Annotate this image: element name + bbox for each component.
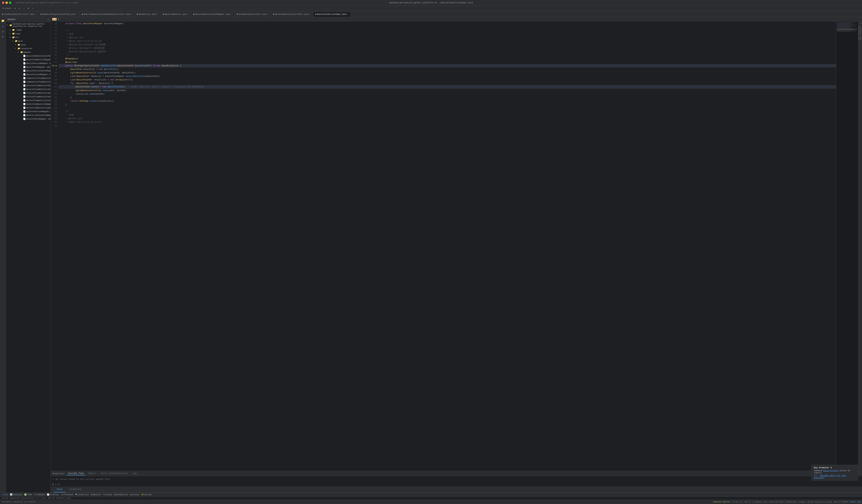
toolbar-icon-menu[interactable]: ≡ xyxy=(18,7,21,10)
toolbar-icon-gear[interactable]: ⚙ xyxy=(14,6,16,10)
tab-rule[interactable]: Rule xyxy=(54,487,66,492)
key-promoter-dismiss[interactable]: (Disable alert for this shortcut) xyxy=(814,475,846,479)
check-icon: ✓ xyxy=(53,478,54,481)
file-tree-gear[interactable]: ⚙ xyxy=(48,18,49,21)
tree-node-file[interactable]: 📄RouterCommunityLevelMapper.xml xyxy=(6,98,51,102)
minimap-scrollbar[interactable] xyxy=(858,22,859,471)
tree-node-main[interactable]: ▼ 📁 main xyxy=(6,39,51,43)
project-icon[interactable]: 📁 xyxy=(1,19,5,23)
event-log-button[interactable]: Event Log xyxy=(850,501,860,503)
tree-node-file[interactable]: 📄CommunityFlowMonitorDayMapper.xml xyxy=(6,76,51,80)
tree-node-mapper[interactable]: ▼ 📁 mapper xyxy=(6,50,51,54)
tree-node-java[interactable]: ▼ 📁 java xyxy=(6,43,51,47)
key-promoter-link[interactable]: Build Project xyxy=(823,470,838,472)
close-icon[interactable]: × xyxy=(231,13,232,15)
tree-node-idea[interactable]: ▶ 📁 .idea xyxy=(6,28,51,32)
problems-button[interactable]: ⚠ Problems xyxy=(34,493,45,496)
services-button[interactable]: Services xyxy=(130,493,139,496)
close-button[interactable] xyxy=(2,2,4,4)
tree-node-file[interactable]: 📄RouterCommunityTypeMapper.xml xyxy=(6,106,51,110)
tree-node-file[interactable]: 📄DeviceFlowMonitorHourMapper.xml xyxy=(6,88,51,91)
tree-node-file[interactable]: 📄RouterDeviceMapper.xml xyxy=(6,110,51,113)
notifications-count[interactable]: 308 of 4098k xyxy=(834,501,848,503)
close-icon[interactable]: × xyxy=(36,13,37,15)
tree-node-file[interactable]: 📄RouterCommunityMapper.xml xyxy=(6,102,51,106)
indent-status[interactable]: 4 spaces xyxy=(752,501,762,503)
filter-icon[interactable]: ▤ xyxy=(52,483,54,486)
close-panel-icon[interactable]: × xyxy=(859,473,860,475)
tree-node-resources[interactable]: ▼ 📁 resources xyxy=(6,47,51,50)
close-icon[interactable]: × xyxy=(188,13,189,15)
tab-SceneMenuController[interactable]: SceneMenuController.java × xyxy=(235,12,271,17)
key-promoter-label[interactable]: Key Promoter xyxy=(860,26,862,40)
tree-node-file[interactable]: 📄BasicCommunityMapper.xml xyxy=(6,58,51,62)
tab-BasicCommunity[interactable]: BasicCommunity.java × xyxy=(161,12,191,17)
bookmark-icon[interactable]: ★ xyxy=(1,24,5,28)
tab-BaseEntity[interactable]: BaseEntity.java × xyxy=(135,12,160,17)
tree-node-file[interactable]: 📄RouterMenuMapper.xml xyxy=(6,117,51,121)
line-col-status[interactable]: 51:62 xyxy=(732,501,738,503)
encoding-status[interactable]: UTF-8 xyxy=(745,501,750,503)
tab-log[interactable]: Log xyxy=(131,472,138,475)
mini-line xyxy=(837,30,853,30)
theme-status[interactable]: Atom One Dark (Material) xyxy=(769,501,797,503)
tree-node-file[interactable]: 📄RouterLimitUserMapper.xml xyxy=(6,113,51,117)
tree-node-file[interactable]: 📄PoliceFlowMonitorDayMapper.xml xyxy=(6,91,51,95)
expand-icon[interactable]: ⊞ xyxy=(58,483,60,486)
tree-node-root[interactable]: ▼ 📁 backend-perception-gather-platform-v… xyxy=(6,22,51,28)
minimize-button[interactable] xyxy=(5,2,8,4)
tab-current-file[interactable]: Current file xyxy=(67,472,85,475)
tree-node-file[interactable]: 📄BasicDeviceMapper.xml xyxy=(6,62,51,65)
tab-taint[interactable]: Taint vulnerabilities xyxy=(99,472,130,475)
close-icon[interactable]: × xyxy=(157,13,158,15)
tab-MybatisPluginAutoConfig[interactable]: MybatisPluginAutoConfig.java × xyxy=(39,12,80,17)
tab-BasicCommunityCacheMapper[interactable]: BasicCommunityCacheMapper.java × xyxy=(191,12,235,17)
close-icon[interactable]: × xyxy=(310,13,311,15)
build-button[interactable]: 🔨 Build xyxy=(103,493,112,496)
tree-node-file[interactable]: 📄BasicPoleMapper.xml xyxy=(6,65,51,69)
profiler-button[interactable]: 📈 Profiler xyxy=(47,493,59,496)
favorites-icon[interactable]: ♥ xyxy=(1,35,5,39)
panel-close-icon[interactable]: ⚙ xyxy=(860,22,861,25)
tabnine-status[interactable]: tabnine Starter xyxy=(713,501,731,503)
blame-status[interactable]: Blame: 武子童 2022/11/2 10:04 xyxy=(799,501,832,503)
close-icon[interactable]: × xyxy=(348,13,349,15)
tab-BasicCommunityController[interactable]: BasicCommunityController.java × xyxy=(271,12,313,17)
tree-node-src[interactable]: ▼ 📁 src xyxy=(6,36,51,39)
tree-node-file[interactable]: 📄BasicPoliceCacheMapper.xml xyxy=(6,69,51,72)
tab-ViewDisplayController[interactable]: ViewDisplayController.java × xyxy=(0,12,39,17)
maximize-button[interactable] xyxy=(9,2,11,4)
analysis-button[interactable]: 📊 Analysis xyxy=(10,493,22,496)
git-button[interactable]: ⎇ Git xyxy=(2,493,8,496)
tree-node-file[interactable]: 📄PoliceFlowMonitorHourMapper.xml xyxy=(6,95,51,98)
sonar-button[interactable]: 🔍 SonarLint xyxy=(75,493,89,496)
refresh-icon[interactable]: ↻ xyxy=(55,483,56,486)
tab-BasicPoleServiceImpl[interactable]: BasicPoleServiceImpl.java × xyxy=(313,12,351,17)
toolbar-icon-grid[interactable]: ⊞ xyxy=(27,6,30,10)
terminal-button[interactable]: ⬛ Terminal xyxy=(61,493,73,496)
close-icon[interactable]: × xyxy=(77,13,77,15)
toolbar-icon-more[interactable]: ⋯ xyxy=(31,6,34,10)
vcs-status[interactable]: Dev xyxy=(764,501,767,503)
close-icon[interactable]: × xyxy=(268,13,269,15)
warning-expand-icon[interactable]: ▼ xyxy=(58,18,59,20)
dependencies-button[interactable]: Dependencies xyxy=(114,493,128,496)
tab-report[interactable]: Report xyxy=(87,472,98,475)
tree-node-logs[interactable]: ▶ 📁 logs xyxy=(6,32,51,36)
todo-button[interactable]: ✅ TODO xyxy=(24,493,32,496)
tab-locations[interactable]: Locations xyxy=(66,487,85,492)
toolbar-icon-sort[interactable]: ↕ xyxy=(23,7,25,10)
tab-SmartCommunity[interactable]: SmartCommunitySceneKanbanController.java… xyxy=(80,12,135,17)
close-icon[interactable]: × xyxy=(132,13,133,15)
tree-node-file[interactable]: 📄BasicCommunityCacheMapper.xml xyxy=(6,54,51,58)
tree-node-file[interactable]: 📄CommunityFlowMonitorHourMapper.xml xyxy=(6,80,51,84)
tree-node-file[interactable]: 📄BasicPoliceMapper.xml xyxy=(6,72,51,76)
structure-icon[interactable]: ⊞ xyxy=(1,30,5,34)
spring-button[interactable]: 🌿 Spring xyxy=(141,493,151,496)
project-label[interactable]: Project xyxy=(2,7,12,10)
tree-node-file[interactable]: 📄DeviceFlowMonitorDayMapper.xml xyxy=(6,84,51,88)
line-sep-status[interactable]: LF xyxy=(740,501,743,503)
endpoints-button[interactable]: Endpoints xyxy=(91,493,101,496)
minimap-thumb[interactable] xyxy=(858,25,859,41)
code-area[interactable]: private final BasicPoleMapper basicPoleM… xyxy=(58,22,836,471)
